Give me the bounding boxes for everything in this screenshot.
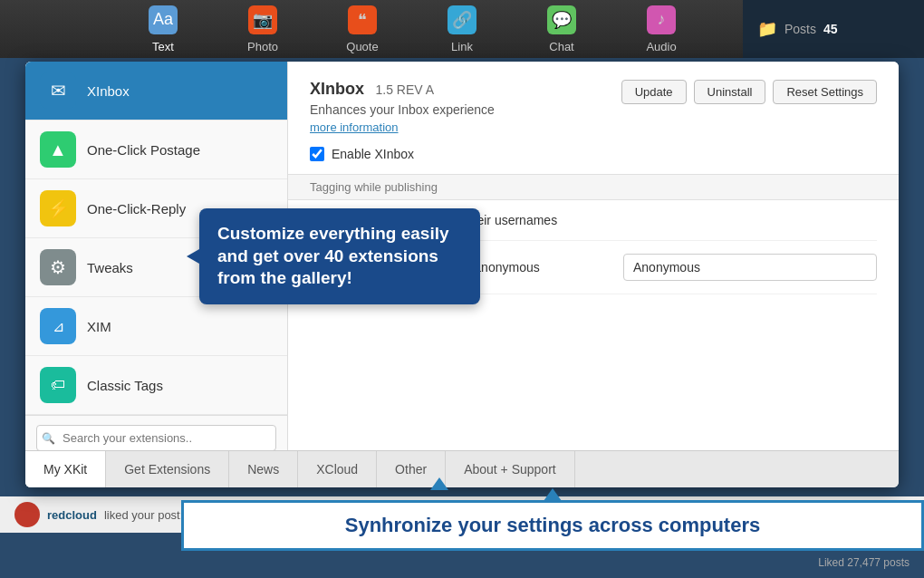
content-version: 1.5 REV A (375, 82, 434, 97)
tab-about-support[interactable]: About + Support (446, 451, 575, 487)
enable-checkbox[interactable] (310, 147, 324, 161)
callout-text: Customize everything easily and get over… (217, 224, 449, 287)
sidebar-item-postage[interactable]: ▲ One-Click Postage (25, 120, 287, 179)
reset-settings-button[interactable]: Reset Settings (773, 80, 877, 104)
tab-text[interactable]: Aa Text (113, 0, 213, 58)
sidebar-item-xim[interactable]: ⊿ XIM (25, 297, 287, 356)
tab-photo-label: Photo (247, 40, 278, 53)
tab-audio[interactable]: ♪ Audio (611, 0, 711, 58)
modal-tabs: My XKit Get Extensions News XCloud Other… (25, 450, 899, 487)
sidebar-reply-label: One-Click-Reply (87, 201, 186, 217)
content-actions: Update Uninstall Reset Settings (621, 80, 877, 104)
liked-text: Liked 27,477 posts (818, 556, 910, 569)
tab-quote[interactable]: ❝ Quote (313, 0, 412, 58)
tab-link[interactable]: 🔗 Link (412, 0, 512, 58)
content-title: XInbox (310, 80, 364, 98)
sidebar-xinbox-label: XInbox (87, 83, 130, 99)
text-tab-icon: Aa (149, 5, 178, 34)
reply-icon: ⚡ (40, 190, 76, 226)
notification-avatar (14, 502, 40, 527)
postage-icon: ▲ (40, 131, 76, 168)
tab-audio-label: Audio (646, 40, 676, 53)
sync-text: Synhronize your settings across computer… (345, 514, 760, 537)
xcloud-arrow-indicator (430, 477, 448, 490)
chat-tab-icon: 💬 (547, 5, 576, 34)
sidebar-item-xinbox[interactable]: ✉ XInbox (25, 62, 287, 120)
sidebar-item-classic-tags[interactable]: 🏷 Classic Tags (25, 356, 287, 415)
search-area (25, 415, 287, 450)
tab-chat[interactable]: 💬 Chat (512, 0, 611, 58)
audio-tab-icon: ♪ (647, 5, 676, 34)
tab-my-xkit[interactable]: My XKit (25, 451, 106, 487)
tab-photo[interactable]: 📷 Photo (213, 0, 313, 58)
tab-chat-label: Chat (549, 40, 573, 53)
more-info-link[interactable]: more information (310, 120, 877, 134)
tab-link-label: Link (451, 40, 473, 53)
enable-row: Enable XInbox (310, 147, 877, 161)
content-description: Enhances your Inbox experience (310, 102, 877, 117)
tab-quote-label: Quote (346, 40, 378, 53)
xim-icon: ⊿ (40, 308, 76, 344)
sidebar-classic-tags-label: Classic Tags (87, 378, 163, 393)
tab-text-label: Text (152, 40, 174, 53)
posts-panel: 📁 Posts 45 (743, 0, 924, 58)
tweaks-icon: ⚙ (40, 249, 76, 285)
callout-bubble: Customize everything easily and get over… (199, 208, 480, 304)
classic-tags-icon: 🏷 (40, 367, 76, 403)
photo-tab-icon: 📷 (248, 5, 277, 34)
sidebar-tweaks-label: Tweaks (87, 260, 133, 275)
enable-label[interactable]: Enable XInbox (332, 147, 414, 161)
sidebar-postage-label: One-Click Postage (87, 142, 200, 158)
posts-label: Posts (784, 22, 816, 36)
notification-user: redcloud (47, 508, 97, 522)
tab-get-extensions[interactable]: Get Extensions (106, 451, 229, 487)
posts-count: 45 (823, 22, 838, 36)
search-wrapper (36, 425, 276, 450)
sidebar-xim-label: XIM (87, 319, 111, 334)
tab-xcloud[interactable]: XCloud (298, 451, 377, 487)
search-input[interactable] (36, 425, 276, 450)
sync-callout: Synhronize your settings across computer… (181, 500, 924, 551)
xinbox-icon: ✉ (40, 72, 76, 109)
tab-news[interactable]: News (229, 451, 298, 487)
link-tab-icon: 🔗 (448, 5, 476, 34)
uninstall-button[interactable]: Uninstall (694, 80, 766, 104)
anonymous-input[interactable] (623, 254, 877, 281)
section-header: Tagging while publishing (288, 174, 899, 200)
quote-tab-icon: ❝ (348, 5, 377, 34)
update-button[interactable]: Update (621, 80, 687, 104)
